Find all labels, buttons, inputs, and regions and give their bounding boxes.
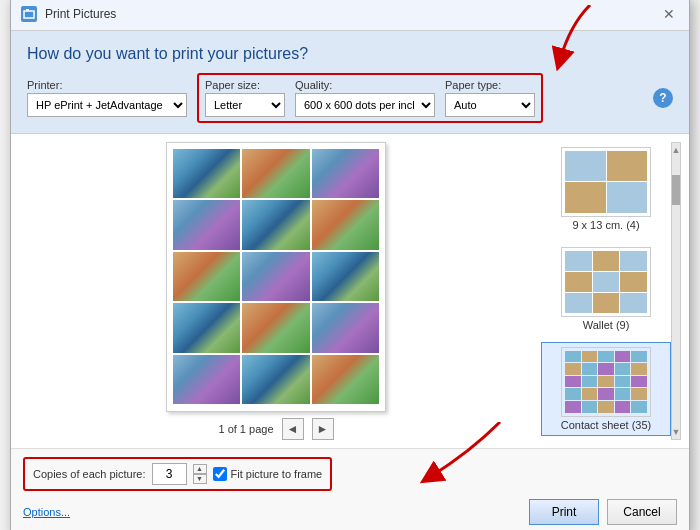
thumb-11: [242, 303, 309, 353]
fit-label: Fit picture to frame: [231, 468, 323, 480]
dialog-title: Print Pictures: [45, 7, 651, 21]
layout-thumb-wallet: [561, 247, 651, 317]
printer-label: Printer:: [27, 79, 187, 91]
copies-down-button[interactable]: ▼: [193, 474, 207, 484]
options-link[interactable]: Options...: [23, 506, 70, 518]
layout-thumb-4up: [561, 147, 651, 217]
layout-option-4up[interactable]: 9 x 13 cm. (4): [541, 142, 671, 236]
paper-size-label: Paper size:: [205, 79, 285, 91]
help-button[interactable]: ?: [653, 88, 673, 108]
main-content: 1 of 1 page ◄ ► 9 x: [11, 134, 689, 448]
fit-checkbox[interactable]: [213, 467, 227, 481]
layout-label-wallet: Wallet (9): [583, 319, 630, 331]
paper-size-group: Paper size: Letter: [205, 79, 285, 117]
copies-box: Copies of each picture: ▲ ▼ Fit picture …: [23, 457, 332, 491]
thumb-8: [242, 252, 309, 302]
page-info: 1 of 1 page: [218, 423, 273, 435]
preview-area: 1 of 1 page ◄ ►: [19, 142, 533, 440]
prev-page-button[interactable]: ◄: [282, 418, 304, 440]
copies-input[interactable]: [152, 463, 187, 485]
page-nav: 1 of 1 page ◄ ►: [218, 418, 333, 440]
next-page-button[interactable]: ►: [312, 418, 334, 440]
title-bar: Print Pictures ✕: [11, 0, 689, 31]
thumb-1: [173, 149, 240, 199]
layout-label-4up: 9 x 13 cm. (4): [572, 219, 639, 231]
thumb-9: [312, 252, 379, 302]
thumb-12: [312, 303, 379, 353]
thumb-6: [312, 200, 379, 250]
printer-group: Printer: HP ePrint + JetAdvantage: [27, 79, 187, 117]
header-section: How do you want to print your pictures? …: [11, 31, 689, 134]
thumb-5: [242, 200, 309, 250]
close-button[interactable]: ✕: [659, 4, 679, 24]
thumb-14: [242, 355, 309, 405]
quality-select[interactable]: 600 x 600 dots per inch: [295, 93, 435, 117]
quality-group: Quality: 600 x 600 dots per inch: [295, 79, 435, 117]
print-dialog: Print Pictures ✕ How do you want to prin…: [10, 0, 690, 530]
paper-type-group: Paper type: Auto: [445, 79, 535, 117]
thumb-3: [312, 149, 379, 199]
header-question: How do you want to print your pictures?: [27, 45, 673, 63]
bottom-controls: Copies of each picture: ▲ ▼ Fit picture …: [11, 448, 689, 531]
copies-label: Copies of each picture:: [33, 468, 146, 480]
sidebar-layouts: 9 x 13 cm. (4): [541, 142, 671, 440]
print-button[interactable]: Print: [529, 499, 599, 525]
paper-quality-box: Paper size: Letter Quality: 600 x 600 do…: [197, 73, 543, 123]
sidebar-scrollbar[interactable]: ▲ ▼: [671, 142, 681, 440]
controls-row: Printer: HP ePrint + JetAdvantage Paper …: [27, 73, 673, 123]
layout-label-contact: Contact sheet (35): [561, 419, 652, 431]
printer-select[interactable]: HP ePrint + JetAdvantage: [27, 93, 187, 117]
layout-option-contact[interactable]: Contact sheet (35): [541, 342, 671, 436]
layout-option-wallet[interactable]: Wallet (9): [541, 242, 671, 336]
paper-type-select[interactable]: Auto: [445, 93, 535, 117]
copies-spinner: ▲ ▼: [193, 464, 207, 484]
thumb-2: [242, 149, 309, 199]
dialog-icon: [21, 6, 37, 22]
bottom-row2: Options... Print Cancel: [23, 499, 677, 525]
paper-size-select[interactable]: Letter: [205, 93, 285, 117]
thumb-7: [173, 252, 240, 302]
thumb-10: [173, 303, 240, 353]
scroll-thumb: [672, 175, 680, 205]
paper-preview: [166, 142, 386, 412]
paper-type-label: Paper type:: [445, 79, 535, 91]
cancel-button[interactable]: Cancel: [607, 499, 677, 525]
thumb-13: [173, 355, 240, 405]
bottom-row1: Copies of each picture: ▲ ▼ Fit picture …: [23, 457, 677, 491]
thumb-15: [312, 355, 379, 405]
copies-up-button[interactable]: ▲: [193, 464, 207, 474]
thumb-4: [173, 200, 240, 250]
quality-label: Quality:: [295, 79, 435, 91]
layout-thumb-contact: [561, 347, 651, 417]
svg-rect-1: [26, 9, 29, 11]
sidebar-wrapper: 9 x 13 cm. (4): [541, 142, 681, 440]
fit-checkbox-group: Fit picture to frame: [213, 467, 323, 481]
